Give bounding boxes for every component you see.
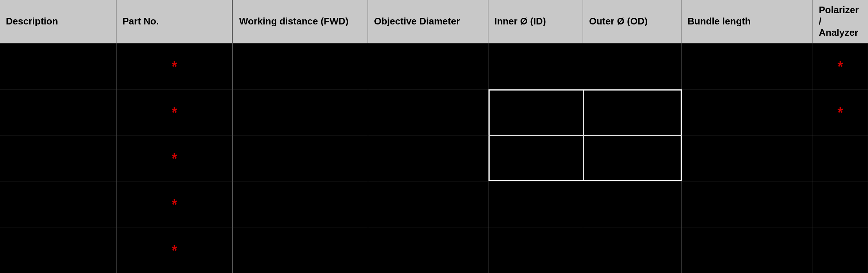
header-workdist: Working distance (FWD) xyxy=(233,0,368,43)
cell-bundlelen-5 xyxy=(682,227,813,273)
cell-workdist-1 xyxy=(233,43,368,89)
cell-outerod-5 xyxy=(583,227,682,273)
cell-outerod-2 xyxy=(583,89,682,135)
cell-partno-1: * xyxy=(117,43,233,89)
cell-description-1 xyxy=(0,43,117,89)
cell-description-3 xyxy=(0,135,117,181)
cell-partno-4: * xyxy=(117,181,233,227)
asterisk-partno-4: * xyxy=(172,197,178,212)
header-description: Description xyxy=(0,0,117,43)
cell-bundlelen-1 xyxy=(682,43,813,89)
main-table: Description Part No. Working distance (F… xyxy=(0,0,868,273)
asterisk-partno-1: * xyxy=(172,59,178,74)
cell-workdist-2 xyxy=(233,89,368,135)
header-objdiam: Objective Diameter xyxy=(368,0,489,43)
cell-polarizer-3 xyxy=(813,135,868,181)
cell-partno-5: * xyxy=(117,227,233,273)
cell-innerid-3 xyxy=(489,135,583,181)
table-row: * * xyxy=(0,89,868,135)
cell-partno-3: * xyxy=(117,135,233,181)
cell-innerid-2 xyxy=(489,89,583,135)
cell-objdiam-4 xyxy=(368,181,489,227)
cell-polarizer-2: * xyxy=(813,89,868,135)
cell-innerid-4 xyxy=(489,181,583,227)
asterisk-partno-3: * xyxy=(172,151,178,166)
cell-objdiam-3 xyxy=(368,135,489,181)
cell-polarizer-4 xyxy=(813,181,868,227)
cell-outerod-3 xyxy=(583,135,682,181)
cell-workdist-3 xyxy=(233,135,368,181)
cell-partno-2: * xyxy=(117,89,233,135)
header-polarizer: Polarizer / Analyzer xyxy=(813,0,868,43)
header-innerid: Inner Ø (ID) xyxy=(489,0,583,43)
cell-objdiam-2 xyxy=(368,89,489,135)
header-partno: Part No. xyxy=(117,0,233,43)
asterisk-partno-5: * xyxy=(172,243,178,258)
cell-bundlelen-4 xyxy=(682,181,813,227)
asterisk-partno-2: * xyxy=(172,105,178,120)
asterisk-polarizer-1: * xyxy=(837,59,843,74)
cell-objdiam-1 xyxy=(368,43,489,89)
cell-description-5 xyxy=(0,227,117,273)
header-bundlelen: Bundle length xyxy=(682,0,813,43)
table-row: * * xyxy=(0,43,868,89)
asterisk-polarizer-2: * xyxy=(837,105,843,120)
cell-workdist-5 xyxy=(233,227,368,273)
table-row: * xyxy=(0,135,868,181)
cell-polarizer-5 xyxy=(813,227,868,273)
header-outerod: Outer Ø (OD) xyxy=(583,0,682,43)
cell-workdist-4 xyxy=(233,181,368,227)
cell-description-2 xyxy=(0,89,117,135)
table-body: * * * * xyxy=(0,43,868,273)
cell-innerid-1 xyxy=(489,43,583,89)
cell-polarizer-1: * xyxy=(813,43,868,89)
table-header: Description Part No. Working distance (F… xyxy=(0,0,868,43)
cell-objdiam-5 xyxy=(368,227,489,273)
cell-bundlelen-3 xyxy=(682,135,813,181)
cell-innerid-5 xyxy=(489,227,583,273)
table-row: * xyxy=(0,181,868,227)
table-row: * xyxy=(0,227,868,273)
cell-outerod-1 xyxy=(583,43,682,89)
cell-bundlelen-2 xyxy=(682,89,813,135)
cell-description-4 xyxy=(0,181,117,227)
cell-outerod-4 xyxy=(583,181,682,227)
